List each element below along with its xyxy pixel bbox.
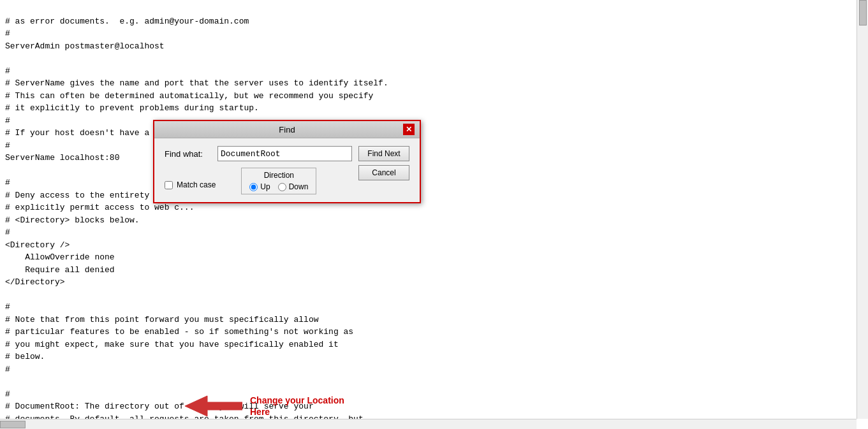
code-line: Require all denied	[5, 265, 115, 275]
dialog-close-button[interactable]: ✕	[403, 124, 415, 135]
annotation-area: Change your Location Here	[185, 395, 344, 418]
code-line: #	[5, 66, 10, 76]
dialog-titlebar: Find ✕	[154, 121, 420, 138]
radio-up-input[interactable]	[249, 183, 258, 191]
scrollbar-thumb-v[interactable]	[859, 0, 867, 25]
code-line: # as error documents. e.g. admin@your-do…	[5, 17, 249, 26]
code-line: #	[5, 389, 10, 399]
code-line	[5, 290, 10, 300]
code-line: ServerName localhost:80	[5, 153, 119, 163]
svg-marker-0	[185, 396, 242, 416]
match-case-checkbox[interactable]	[165, 181, 173, 189]
change-location-text: Change your Location Here	[250, 395, 344, 418]
code-line: # <Directory> blocks below.	[5, 215, 140, 225]
find-what-row: Find what:	[165, 146, 352, 161]
horizontal-scrollbar[interactable]	[0, 419, 857, 429]
code-line: # particular features to be enabled - so…	[5, 327, 353, 337]
direction-label: Direction	[249, 171, 308, 180]
arrow-icon	[185, 395, 242, 418]
find-dialog: Find ✕ Find what: Match case	[153, 120, 421, 203]
vertical-scrollbar[interactable]	[857, 0, 868, 419]
direction-group: Direction Up Down	[241, 168, 316, 194]
code-line: #	[5, 116, 10, 126]
editor-area[interactable]: # as error documents. e.g. admin@your-do…	[0, 0, 868, 429]
code-line: #	[5, 228, 10, 237]
code-line: # ServerName gives the name and port tha…	[5, 78, 388, 88]
radio-down-label: Down	[289, 182, 309, 191]
scrollbar-thumb-h[interactable]	[0, 421, 26, 428]
radio-row: Up Down	[249, 182, 308, 191]
cancel-button[interactable]: Cancel	[358, 165, 409, 180]
code-line: AllowOverride none	[5, 252, 115, 262]
match-case-label: Match case	[177, 180, 216, 189]
radio-up: Up	[249, 182, 270, 191]
code-line: #	[5, 365, 10, 374]
code-line: # below.	[5, 352, 45, 361]
code-line: </Directory>	[5, 277, 65, 287]
code-line: #	[5, 141, 10, 150]
find-next-button[interactable]: Find Next	[358, 146, 409, 161]
code-line	[5, 166, 10, 175]
dialog-body: Find what: Match case Direction	[154, 138, 420, 202]
buttons-column: Find Next Cancel	[358, 146, 409, 194]
radio-up-label: Up	[260, 182, 270, 191]
find-input[interactable]	[217, 146, 352, 161]
dialog-title: Find	[171, 125, 403, 135]
match-case-row: Match case	[165, 180, 216, 189]
code-line: #	[5, 178, 10, 187]
code-line: <Directory />	[5, 240, 70, 250]
code-line	[5, 377, 10, 386]
code-line: # This can often be determined automatic…	[5, 91, 373, 101]
code-line: ServerAdmin postmaster@localhost	[5, 41, 165, 51]
find-what-label: Find what:	[165, 149, 212, 159]
radio-down-input[interactable]	[278, 183, 286, 191]
code-line: # it explicitly to prevent problems duri…	[5, 103, 259, 113]
code-line: #	[5, 302, 10, 312]
code-line	[5, 54, 10, 63]
code-line: # explicitly permit access to web c...	[5, 203, 194, 212]
radio-down: Down	[278, 182, 309, 191]
code-line: # Note that from this point forward you …	[5, 315, 318, 324]
code-content: # as error documents. e.g. admin@your-do…	[5, 3, 863, 429]
code-line: # you might expect, make sure that you h…	[5, 340, 339, 349]
code-line: #	[5, 29, 10, 38]
